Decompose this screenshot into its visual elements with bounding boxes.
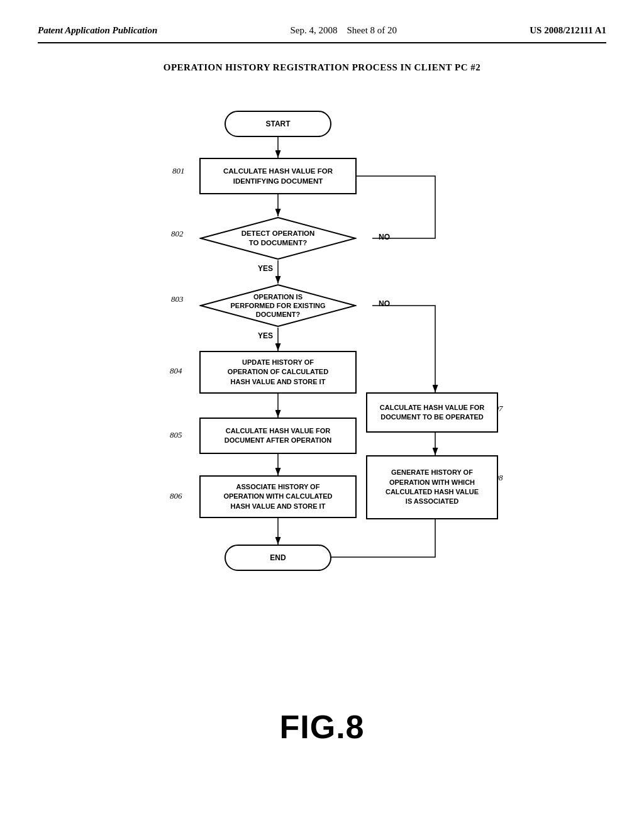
step-804-label: UPDATE HISTORY OF OPERATION OF CALCULATE… (228, 358, 328, 387)
step-804: UPDATE HISTORY OF OPERATION OF CALCULATE… (199, 351, 357, 394)
step-808: GENERATE HISTORY OF OPERATION WITH WHICH… (366, 455, 498, 519)
header-left: Patent Application Publication (38, 25, 157, 36)
flowchart: START 801 CALCULATE HASH VALUE FOR IDENT… (102, 92, 542, 689)
start-shape: START (225, 111, 331, 137)
step-label-806: 806 (170, 491, 182, 501)
step-label-805: 805 (170, 430, 182, 440)
step-803: OPERATION IS PERFORMED FOR EXISTING DOCU… (199, 284, 357, 328)
end-label: END (270, 553, 286, 562)
step-808-label: GENERATE HISTORY OF OPERATION WITH WHICH… (386, 468, 479, 507)
step-805-label: CALCULATE HASH VALUE FOR DOCUMENT AFTER … (225, 426, 332, 446)
step-802: DETECT OPERATION TO DOCUMENT? (199, 216, 357, 260)
header-right: US 2008/212111 A1 (530, 25, 606, 36)
step-806-label: ASSOCIATE HISTORY OF OPERATION WITH CALC… (223, 482, 332, 511)
header-center: Sep. 4, 2008 Sheet 8 of 20 (291, 25, 397, 36)
step-801: CALCULATE HASH VALUE FOR IDENTIFYING DOC… (199, 158, 357, 194)
step-802-label: DETECT OPERATION TO DOCUMENT? (199, 216, 357, 260)
step-label-802: 802 (171, 229, 184, 239)
step-806: ASSOCIATE HISTORY OF OPERATION WITH CALC… (199, 475, 357, 518)
no-label-802: NO (379, 233, 390, 241)
step-label-803: 803 (171, 294, 184, 304)
step-803-label: OPERATION IS PERFORMED FOR EXISTING DOCU… (199, 284, 357, 328)
yes-label-803: YES (258, 331, 273, 340)
page: Patent Application Publication Sep. 4, 2… (0, 0, 644, 830)
diagram-title: OPERATION HISTORY REGISTRATION PROCESS I… (38, 62, 606, 73)
step-801-label: CALCULATE HASH VALUE FOR IDENTIFYING DOC… (223, 166, 333, 186)
page-header: Patent Application Publication Sep. 4, 2… (38, 25, 606, 43)
no-label-803: NO (379, 299, 390, 308)
end-shape: END (225, 545, 331, 571)
yes-label-802: YES (258, 264, 273, 273)
header-date: Sep. 4, 2008 (291, 25, 338, 35)
header-sheet: Sheet 8 of 20 (347, 25, 397, 35)
step-807-label: CALCULATE HASH VALUE FOR DOCUMENT TO BE … (380, 403, 484, 423)
step-807: CALCULATE HASH VALUE FOR DOCUMENT TO BE … (366, 392, 498, 433)
figure-label: FIG.8 (38, 708, 606, 746)
step-label-804: 804 (170, 366, 182, 376)
step-label-801: 801 (172, 166, 185, 176)
start-label: START (265, 119, 290, 128)
step-805: CALCULATE HASH VALUE FOR DOCUMENT AFTER … (199, 418, 357, 454)
